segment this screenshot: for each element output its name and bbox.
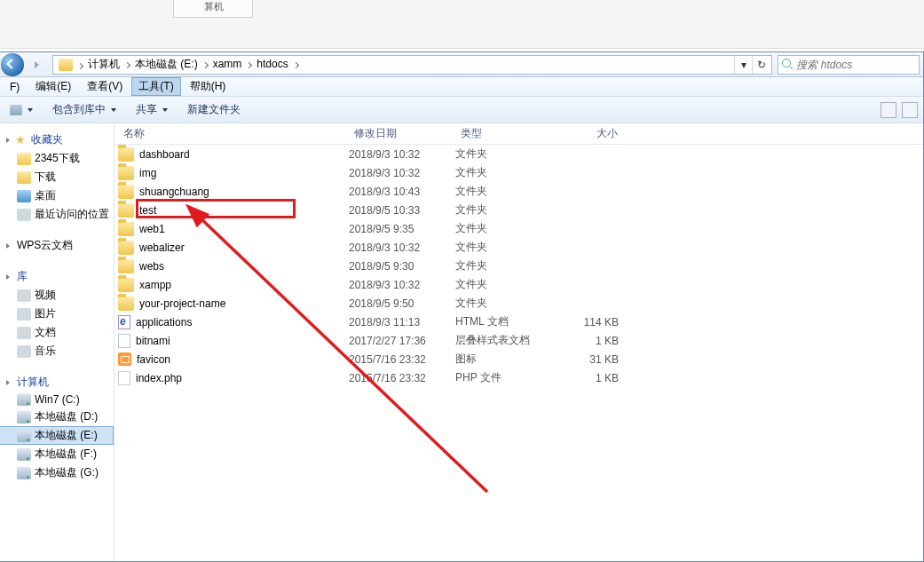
refresh-button[interactable]: ↻ xyxy=(752,56,770,74)
breadcrumb-item[interactable]: htdocs xyxy=(253,58,291,70)
sidebar-item[interactable]: 图片 xyxy=(0,305,114,323)
sidebar-item[interactable]: 本地磁盘 (D:) xyxy=(0,408,114,426)
folder-icon xyxy=(118,259,134,273)
menu-item[interactable]: 编辑(E) xyxy=(28,77,78,96)
sidebar-group: 计算机Win7 (C:)本地磁盘 (D:)本地磁盘 (E:)本地磁盘 (F:)本… xyxy=(0,373,114,482)
toolbar: 包含到库中 共享 新建文件夹 xyxy=(0,97,923,123)
folder-icon xyxy=(118,222,134,236)
menu-item[interactable]: 帮助(H) xyxy=(183,77,233,96)
file-name: dashboard xyxy=(139,148,190,161)
share-button[interactable]: 共享 xyxy=(130,100,173,119)
sidebar-item-label: Win7 (C:) xyxy=(35,393,80,406)
folder-icon xyxy=(17,171,31,184)
file-row[interactable]: img2018/9/3 10:32文件夹 xyxy=(115,163,923,182)
file-row[interactable]: webalizer2018/9/3 10:32文件夹 xyxy=(115,238,923,257)
folder-icon xyxy=(118,185,134,199)
address-bar[interactable]: 计算机本地磁盘 (E:)xammhtdocs ▾ ↻ xyxy=(52,55,772,75)
new-folder-button[interactable]: 新建文件夹 xyxy=(182,100,246,119)
breadcrumb-item[interactable]: xamm xyxy=(209,58,246,70)
chevron-right-icon[interactable] xyxy=(201,58,209,70)
folder-icon xyxy=(118,147,134,162)
column-type[interactable]: 类型 xyxy=(455,123,553,145)
sidebar-item[interactable]: 文档 xyxy=(0,323,114,342)
sidebar-item-label: 本地磁盘 (D:) xyxy=(35,409,98,424)
file-date: 2018/9/5 9:35 xyxy=(349,223,455,235)
search-box[interactable] xyxy=(778,55,920,75)
file-date: 2018/9/3 10:32 xyxy=(349,167,455,179)
forward-button[interactable] xyxy=(26,55,47,75)
sidebar-group-head[interactable]: WPS云文档 xyxy=(0,236,114,255)
newfolder-label: 新建文件夹 xyxy=(187,102,241,117)
file-row[interactable]: applications2018/9/3 11:13HTML 文档114 KB xyxy=(115,313,923,331)
sidebar-group-head[interactable]: 计算机 xyxy=(0,373,114,392)
file-row[interactable]: test2018/9/5 10:33文件夹 xyxy=(115,201,923,219)
menu-item[interactable]: 查看(V) xyxy=(80,77,130,96)
file-name: test xyxy=(139,204,156,217)
sidebar-item[interactable]: 本地磁盘 (E:) xyxy=(0,426,114,445)
chevron-right-icon[interactable] xyxy=(292,58,300,70)
breadcrumb-item[interactable]: 计算机 xyxy=(84,58,123,70)
chevron-right-icon[interactable] xyxy=(76,59,84,71)
column-date[interactable]: 修改日期 xyxy=(349,123,455,145)
sidebar-item[interactable]: 桌面 xyxy=(0,186,114,205)
column-size[interactable]: 大小 xyxy=(553,123,624,145)
menu-item[interactable]: F) xyxy=(3,79,27,95)
preview-pane-button[interactable] xyxy=(902,102,918,118)
file-size: 1 KB xyxy=(553,335,624,347)
sidebar-item[interactable]: 最近访问的位置 xyxy=(0,205,114,224)
sidebar-group: ★收藏夹2345下载下载桌面最近访问的位置 xyxy=(0,131,114,224)
sidebar-group-label: 收藏夹 xyxy=(31,132,63,147)
sidebar-item-label: 2345下载 xyxy=(35,151,80,166)
share-label: 共享 xyxy=(136,102,157,117)
file-list-pane: 名称 修改日期 类型 大小 dashboard2018/9/3 10:32文件夹… xyxy=(115,123,923,561)
file-name: webalizer xyxy=(139,241,185,254)
include-label: 包含到库中 xyxy=(52,102,106,117)
search-input[interactable] xyxy=(796,59,915,71)
file-name: applications xyxy=(136,316,192,328)
chevron-right-icon[interactable] xyxy=(123,58,131,70)
generic-icon xyxy=(17,308,31,321)
chevron-right-icon[interactable] xyxy=(245,58,253,70)
drive-icon xyxy=(17,393,31,406)
sidebar-item[interactable]: 2345下载 xyxy=(0,149,114,168)
file-name: xampp xyxy=(139,279,171,291)
file-size: 1 KB xyxy=(553,372,624,384)
file-row[interactable]: web12018/9/5 9:35文件夹 xyxy=(115,219,923,238)
sidebar-group-label: WPS云文档 xyxy=(17,238,73,253)
back-button[interactable] xyxy=(1,53,24,76)
sidebar-item-label: 音乐 xyxy=(35,344,56,359)
sidebar-item[interactable]: 音乐 xyxy=(0,342,114,360)
file-row[interactable]: xampp2018/9/3 10:32文件夹 xyxy=(115,275,923,294)
file-date: 2017/2/27 17:36 xyxy=(349,335,455,347)
sidebar-item[interactable]: 下载 xyxy=(0,168,114,186)
file-date: 2018/9/5 9:30 xyxy=(349,260,455,273)
breadcrumb-item[interactable]: 本地磁盘 (E:) xyxy=(131,58,201,70)
file-row[interactable]: shuangchuang2018/9/3 10:43文件夹 xyxy=(115,182,923,201)
sidebar-item[interactable]: 本地磁盘 (F:) xyxy=(0,445,114,463)
file-size: 114 KB xyxy=(553,316,624,328)
expand-icon xyxy=(6,243,10,249)
file-row[interactable]: favicon2015/7/16 23:32图标31 KB xyxy=(115,350,923,368)
view-options-button[interactable] xyxy=(881,102,896,118)
column-name[interactable]: 名称 xyxy=(118,123,349,145)
file-date: 2018/9/3 10:32 xyxy=(349,279,455,291)
file-type: 文件夹 xyxy=(455,184,553,199)
file-row[interactable]: dashboard2018/9/3 10:32文件夹 xyxy=(115,145,923,163)
sidebar-item[interactable]: Win7 (C:) xyxy=(0,392,114,408)
expand-icon xyxy=(6,274,10,280)
ico-icon xyxy=(118,352,131,366)
folder-icon xyxy=(118,241,134,255)
sidebar-group-head[interactable]: ★收藏夹 xyxy=(0,131,114,149)
file-row[interactable]: webs2018/9/5 9:30文件夹 xyxy=(115,257,923,275)
file-type: PHP 文件 xyxy=(455,370,553,385)
sidebar-group-head[interactable]: 库 xyxy=(0,267,114,286)
include-in-library-button[interactable]: 包含到库中 xyxy=(47,100,122,119)
menu-item[interactable]: 工具(T) xyxy=(131,77,180,96)
file-row[interactable]: your-project-name2018/9/5 9:50文件夹 xyxy=(115,294,923,313)
address-dropdown[interactable]: ▾ xyxy=(734,56,752,74)
sidebar-item[interactable]: 本地磁盘 (G:) xyxy=(0,463,114,482)
file-row[interactable]: index.php2015/7/16 23:32PHP 文件1 KB xyxy=(115,368,923,387)
sidebar-item[interactable]: 视频 xyxy=(0,286,114,305)
file-row[interactable]: bitnami2017/2/27 17:36层叠样式表文档1 KB xyxy=(115,331,923,350)
organize-button[interactable] xyxy=(4,103,38,117)
